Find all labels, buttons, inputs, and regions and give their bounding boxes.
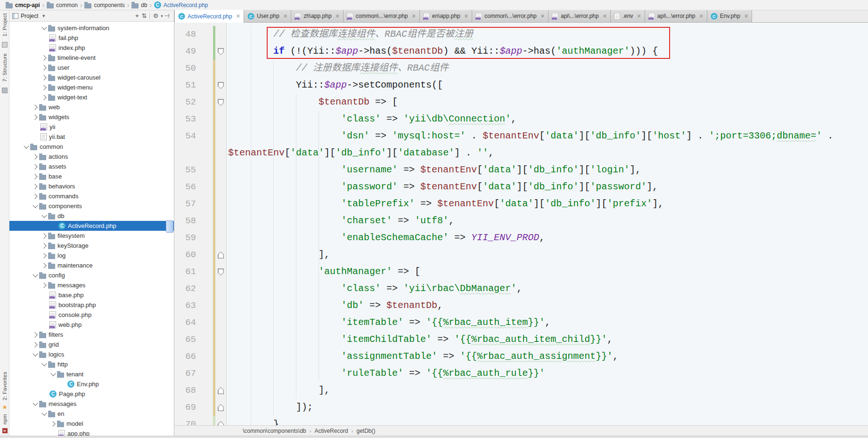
npm-icon[interactable]: n xyxy=(2,428,8,433)
tree-twisty-slot[interactable] xyxy=(31,175,39,178)
tree-twisty-slot[interactable] xyxy=(31,274,39,276)
chevron-down-icon[interactable]: ▼ xyxy=(41,14,46,18)
tree-item-base[interactable]: base xyxy=(9,171,174,181)
tree-item-common[interactable]: common xyxy=(9,142,174,152)
fold-expanded-icon[interactable] xyxy=(218,99,224,106)
tool-window-button[interactable]: npm xyxy=(2,414,8,424)
fold-expanded-icon[interactable] xyxy=(218,48,224,55)
code-line[interactable]: 52 $tenantDb => [ xyxy=(174,94,868,111)
hide-panel-icon[interactable]: ⊣ xyxy=(163,13,171,19)
tree-item-system-information[interactable]: system-information xyxy=(9,23,174,33)
tree-item-bootstrap-php[interactable]: bootstrap.php xyxy=(9,300,174,310)
close-icon[interactable]: ✕ xyxy=(540,13,545,19)
tree-twisty-slot[interactable] xyxy=(40,56,48,60)
tree-item-en[interactable]: en xyxy=(9,409,174,419)
tree-scrollbar-thumb[interactable] xyxy=(166,220,173,233)
gear-icon[interactable]: ⚙ xyxy=(151,13,160,19)
tree-twisty-slot[interactable] xyxy=(40,264,48,268)
tree-twisty-slot[interactable] xyxy=(22,146,30,148)
tree-twisty-slot[interactable] xyxy=(31,185,39,188)
tree-item-base-php[interactable]: base.php xyxy=(9,290,174,300)
tree-item-model[interactable]: model xyxy=(9,419,174,429)
code-line[interactable]: 51 Yii::$app->setComponents([ xyxy=(174,77,868,94)
editor-tab[interactable]: .env✕ xyxy=(611,10,645,22)
tree-item-fail-php[interactable]: fail.php xyxy=(9,33,174,43)
breadcrumb-item[interactable]: db xyxy=(130,0,149,10)
tree-item-commands[interactable]: commands xyxy=(9,191,174,201)
tree-twisty-slot[interactable] xyxy=(31,195,39,198)
tree-twisty-slot[interactable] xyxy=(31,353,39,356)
tree-twisty-slot[interactable] xyxy=(49,373,57,375)
tree-twisty-slot[interactable] xyxy=(49,422,57,426)
code-line[interactable]: 48 // 检查数据库连接组件、RBAC组件是否被注册 xyxy=(174,26,868,43)
code-line[interactable]: 62 'class' => 'yii\rbac\DbManager', xyxy=(174,280,868,297)
tree-item-widgets[interactable]: widgets xyxy=(9,112,174,122)
tree-item-yii[interactable]: yii xyxy=(9,122,174,132)
tree-twisty-slot[interactable] xyxy=(31,205,39,207)
code-editor[interactable]: 48 // 检查数据库连接组件、RBAC组件是否被注册49 if (!(Yii:… xyxy=(174,23,868,425)
tree-item-widget-carousel[interactable]: widget-carousel xyxy=(9,73,174,82)
tree-item-config[interactable]: config xyxy=(9,270,174,280)
tool-window-button[interactable]: 1: Project xyxy=(2,13,8,36)
close-icon[interactable]: ✕ xyxy=(464,13,468,19)
tree-twisty-slot[interactable] xyxy=(40,254,48,258)
tree-item-grid[interactable]: grid xyxy=(9,340,174,349)
fold-expanded-icon[interactable] xyxy=(218,82,224,89)
breadcrumb-item[interactable]: ActiveRecord xyxy=(314,428,348,434)
fold-end-icon[interactable] xyxy=(218,404,224,411)
editor-tab[interactable]: common\...\error.php✕ xyxy=(344,10,420,22)
code-line[interactable]: 60 ], xyxy=(174,246,868,263)
locate-icon[interactable]: ⌖ xyxy=(134,13,140,19)
tree-twisty-slot[interactable] xyxy=(40,76,48,80)
tool-window-button[interactable]: 7: Structure xyxy=(2,53,8,81)
tree-item-messages[interactable]: messages xyxy=(9,399,174,409)
editor-tab[interactable]: Env.php✕ xyxy=(707,10,752,22)
editor-tab[interactable]: api\...\error.php✕ xyxy=(645,10,707,22)
code-line[interactable]: 56 'password' => $tenantEnv['data']['db_… xyxy=(174,178,868,195)
tree-item-tenant[interactable]: tenant xyxy=(9,369,174,379)
code-line[interactable]: $tenantEnv['data']['db_info']['database'… xyxy=(174,145,868,162)
star-icon[interactable]: ★ xyxy=(2,404,8,410)
code-line[interactable]: 61 'authManager' => [ xyxy=(174,263,868,280)
tool-window-button[interactable]: 2: Favorites xyxy=(2,372,8,400)
code-line[interactable]: 49 if (!(Yii::$app->has($tenantDb) && Yi… xyxy=(174,43,868,60)
tree-item-filesystem[interactable]: filesystem xyxy=(9,231,174,241)
editor-tab[interactable]: ActiveRecord.php✕ xyxy=(174,10,244,23)
tree-item-actions[interactable]: actions xyxy=(9,152,174,162)
tree-item-behaviors[interactable]: behaviors xyxy=(9,181,174,191)
breadcrumb-item[interactable]: ActiveRecord.php xyxy=(152,0,210,10)
close-icon[interactable]: ✕ xyxy=(603,13,607,19)
tree-twisty-slot[interactable] xyxy=(40,86,48,89)
editor-tab[interactable]: common\...\error.php✕ xyxy=(472,10,549,22)
code-line[interactable]: 65 'itemChildTable' => '{{%rbac_auth_ite… xyxy=(174,331,868,348)
structure-icon[interactable] xyxy=(2,88,8,93)
code-line[interactable]: 55 'username' => $tenantEnv['data']['db_… xyxy=(174,162,868,178)
tree-item-web-php[interactable]: web.php xyxy=(9,320,174,330)
tree-item-yii-bat[interactable]: yii.bat xyxy=(9,132,174,142)
code-line[interactable]: 66 'assignmentTable' => '{{%rbac_auth_as… xyxy=(174,348,868,365)
tree-item-web[interactable]: web xyxy=(9,102,174,112)
tree-twisty-slot[interactable] xyxy=(31,343,39,347)
close-icon[interactable]: ✕ xyxy=(637,13,641,19)
tree-twisty-slot[interactable] xyxy=(40,215,48,217)
code-line[interactable]: 58 'charset' => 'utf8', xyxy=(174,212,868,229)
tree-item-console-php[interactable]: console.php xyxy=(9,310,174,320)
tree-item-filters[interactable]: filters xyxy=(9,330,174,340)
tree-twisty-slot[interactable] xyxy=(40,284,48,287)
tree-twisty-slot[interactable] xyxy=(40,234,48,238)
project-panel-title[interactable]: Project xyxy=(21,13,38,19)
code-line[interactable]: 68 ], xyxy=(174,382,868,399)
tree-item-activerecord-php[interactable]: ActiveRecord.php xyxy=(9,221,174,231)
tree-item-keystorage[interactable]: keyStorage xyxy=(9,241,174,251)
code-line[interactable]: 57 'tablePrefix' => $tenantEnv['data']['… xyxy=(174,195,868,212)
code-line[interactable]: 54 'dsn' => 'mysql:host=' . $tenantEnv['… xyxy=(174,128,868,145)
tree-item-widget-menu[interactable]: widget-menu xyxy=(9,82,174,92)
code-line[interactable]: 59 'enableSchemaCache' => YII_ENV_PROD, xyxy=(174,229,868,246)
tree-item-widget-text[interactable]: widget-text xyxy=(9,92,174,102)
tree-twisty-slot[interactable] xyxy=(31,155,39,159)
tree-item-log[interactable]: log xyxy=(9,251,174,260)
close-icon[interactable]: ✕ xyxy=(283,13,287,19)
tree-item-page-php[interactable]: Page.php xyxy=(9,389,174,399)
code-line[interactable]: 69 ]); xyxy=(174,399,868,416)
code-line[interactable]: 67 'ruleTable' => '{{%rbac_auth_rule}}' xyxy=(174,365,868,382)
